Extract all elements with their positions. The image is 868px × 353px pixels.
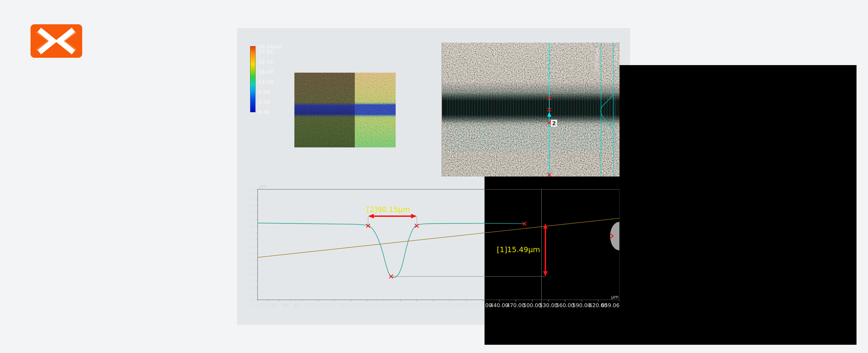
- x-tick: 200.00: [358, 302, 377, 308]
- page-background: 29.26µm 27.01 22.51 18.00 13.50 9.00 4.5…: [0, 0, 868, 353]
- colorbar: [250, 46, 255, 112]
- x-tick: 410.00: [473, 302, 492, 308]
- y-axis-labels: 30.72 28.00 26.00 24.00 22.00 20.00 18.0…: [248, 186, 256, 303]
- y-tick: 12.00: [248, 251, 256, 256]
- x-tick: 110.00: [309, 302, 327, 308]
- colorbar-label: 13.50: [258, 79, 273, 85]
- x-tick: 500.00: [523, 302, 541, 308]
- x-tick-end: 659.06: [601, 302, 620, 308]
- height-map-grain-texture: [294, 73, 396, 147]
- colorbar-label: 22.51: [258, 59, 273, 65]
- microscope-texture-panel: 2 209.95µm 5.45µm: [441, 37, 620, 177]
- x-tick: 260.00: [391, 302, 410, 308]
- profile-chart: 30.72 28.00 26.00 24.00 22.00 20.00 18.0…: [248, 177, 620, 317]
- colorbar-label-min: 0.00: [258, 110, 270, 115]
- x-tick: 350.00: [441, 302, 459, 308]
- x-tick: 530.00: [539, 302, 558, 308]
- y-tick: -1.46: [248, 297, 256, 303]
- x-axis-ticks: [258, 300, 620, 302]
- scroll-thumb-shape[interactable]: [610, 222, 619, 250]
- app-logo: [31, 24, 82, 58]
- x-tick: 320.00: [424, 302, 442, 308]
- y-axis-ticks: [256, 189, 258, 300]
- y-axis-unit-label: µm: [259, 183, 267, 189]
- colorbar-label: 9.00: [258, 90, 270, 95]
- x-tick: 470.00: [506, 302, 525, 308]
- y-tick: 6.00: [248, 272, 256, 277]
- annotation-horizontal-distance-2[interactable]: [2]90.15µm: [367, 205, 417, 224]
- marker-x-left-edge[interactable]: [366, 224, 370, 227]
- y-tick: 14.00: [248, 244, 256, 250]
- y-tick: 24.00: [248, 210, 256, 215]
- y-tick: 28.00: [248, 196, 256, 202]
- x-tick: 230.00: [375, 302, 393, 308]
- height-map-image: [294, 73, 396, 147]
- measurement-label-2: [2]90.15µm: [367, 205, 410, 214]
- y-tick: 18.00: [248, 230, 256, 236]
- x-tick: 440.00: [490, 302, 508, 308]
- annotation-vertical-distance-1[interactable]: [1]15.49µm: [497, 223, 548, 276]
- x-tick: 80.00: [294, 302, 309, 308]
- colorbar-label-max: 29.26µm: [258, 44, 282, 49]
- profile-line-label-1: 209.95µm: [594, 48, 599, 72]
- y-tick: 2.00: [248, 285, 256, 291]
- y-tick: 8.00: [248, 264, 256, 270]
- arrow-head-right-icon: [411, 214, 417, 218]
- x-axis-labels: 0.00 20.00 40.00 60.00 80.00 110.00 140.…: [252, 302, 620, 308]
- scanline-overlay: [446, 89, 616, 151]
- arrow-head-left-icon: [368, 214, 374, 218]
- y-tick: 10.00: [248, 258, 256, 263]
- y-tick: 30.72: [248, 186, 256, 192]
- y-tick: 26.00: [248, 203, 256, 209]
- x-axis-unit-label: µm: [611, 294, 619, 299]
- y-tick: 20.00: [248, 223, 256, 229]
- x-tick: 170.00: [342, 302, 360, 308]
- x-tick: 290.00: [408, 302, 426, 308]
- y-tick: 22.00: [248, 217, 256, 222]
- surface-profile-curve: [258, 223, 525, 278]
- measurement-label-1: [1]15.49µm: [497, 245, 540, 254]
- slope-reference-line: [258, 218, 620, 257]
- line-number-label: 2: [552, 120, 556, 126]
- x-tick: 140.00: [326, 302, 344, 308]
- colorbar-label: 4.50: [258, 100, 270, 105]
- x-tick: 590.00: [572, 302, 591, 308]
- colorbar-label: 18.00: [258, 69, 273, 75]
- y-tick: 4.00: [248, 278, 256, 284]
- plot-border: [258, 189, 620, 300]
- chart-scroll-thumb[interactable]: [610, 222, 619, 250]
- profile-line-label-2: 5.45µm: [613, 48, 618, 65]
- colorbar-label: 27.01: [258, 49, 273, 55]
- x-tick: 380.00: [457, 302, 475, 308]
- arrow-head-bottom-icon: [543, 271, 548, 276]
- x-tick: 560.00: [556, 302, 574, 308]
- y-tick: 16.00: [248, 237, 256, 243]
